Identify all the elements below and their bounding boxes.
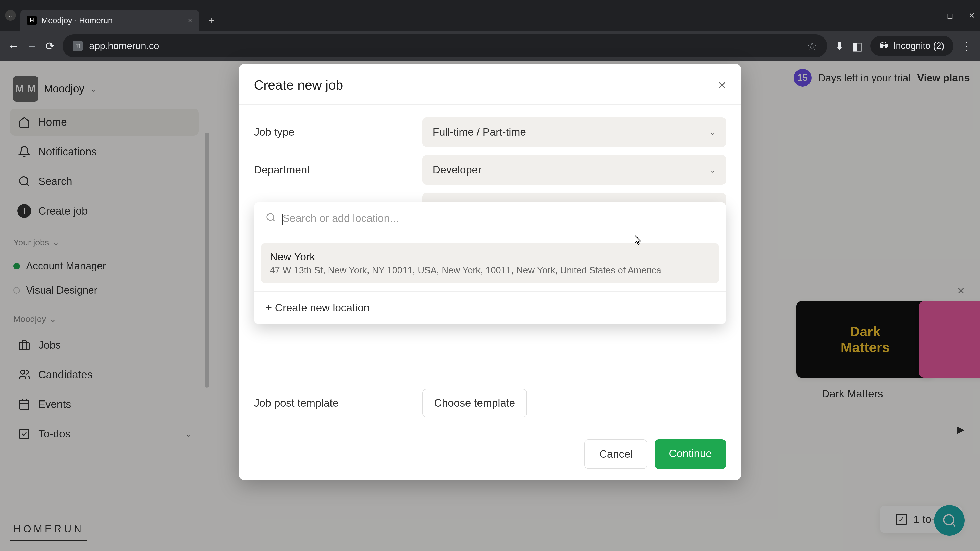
department-select[interactable]: Developer ⌄ <box>422 155 726 185</box>
location-search-input[interactable]: Search or add location... <box>282 212 714 225</box>
cancel-button[interactable]: Cancel <box>584 439 648 469</box>
continue-button[interactable]: Continue <box>655 439 726 469</box>
form-row-job-type: Job type Full-time / Part-time ⌄ <box>254 118 726 147</box>
forward-button[interactable]: → <box>27 40 38 52</box>
search-icon <box>266 212 276 225</box>
tab-close-icon[interactable]: × <box>188 16 192 25</box>
sidepanel-icon[interactable]: ◧ <box>852 40 862 52</box>
chevron-down-icon: ⌄ <box>710 128 716 137</box>
modal-close-button[interactable]: × <box>718 77 726 93</box>
downloads-icon[interactable]: ⬇ <box>835 40 844 52</box>
location-dropdown: Search or add location... New York 47 W … <box>254 202 726 324</box>
modal-title: Create new job <box>254 77 343 93</box>
option-title: New York <box>270 251 710 263</box>
department-label: Department <box>254 164 422 176</box>
incognito-badge[interactable]: 🕶 Incognito (2) <box>870 36 953 56</box>
choose-template-button[interactable]: Choose template <box>422 389 527 417</box>
maximize-icon[interactable]: ◻ <box>947 11 953 20</box>
modal-header: Create new job × <box>239 64 741 105</box>
form-row-department: Department Developer ⌄ <box>254 155 726 185</box>
create-new-location-button[interactable]: + Create new location <box>254 291 726 324</box>
url-text: app.homerun.co <box>89 41 159 52</box>
site-info-icon[interactable]: ⊞ <box>73 41 83 51</box>
tab-title: Moodjoy · Homerun <box>41 16 113 25</box>
select-value: Full-time / Part-time <box>433 126 526 138</box>
browser-tab-bar: ⌄ H Moodjoy · Homerun × + — ◻ ✕ <box>0 0 980 30</box>
tab-favicon: H <box>27 16 37 25</box>
svg-point-6 <box>267 213 274 221</box>
create-job-modal: Create new job × Job type Full-time / Pa… <box>239 64 741 480</box>
browser-menu-icon[interactable]: ⋮ <box>961 40 972 52</box>
search-placeholder: Search or add location... <box>283 212 399 224</box>
select-value: Developer <box>433 164 481 176</box>
browser-tab[interactable]: H Moodjoy · Homerun × <box>21 10 199 30</box>
back-button[interactable]: ← <box>8 40 19 52</box>
browser-toolbar: ← → ⟳ ⊞ app.homerun.co ☆ ⬇ ◧ 🕶 Incognito… <box>0 30 980 61</box>
incognito-icon: 🕶 <box>880 41 889 51</box>
modal-overlay[interactable]: Create new job × Job type Full-time / Pa… <box>0 61 980 551</box>
chevron-down-icon: ⌄ <box>710 165 716 175</box>
location-search-row: Search or add location... <box>254 202 726 235</box>
modal-footer: Cancel Continue <box>239 427 741 480</box>
tab-search-button[interactable]: ⌄ <box>5 10 16 21</box>
form-row-template: Job post template Choose template <box>254 389 726 417</box>
reload-button[interactable]: ⟳ <box>45 40 55 52</box>
minimize-icon[interactable]: — <box>924 11 932 20</box>
new-tab-button[interactable]: + <box>209 15 215 26</box>
incognito-label: Incognito (2) <box>893 41 944 51</box>
template-label: Job post template <box>254 397 422 409</box>
option-subtitle: 47 W 13th St, New York, NY 10011, USA, N… <box>270 265 710 276</box>
address-bar[interactable]: ⊞ app.homerun.co ☆ <box>62 35 827 57</box>
bookmark-icon[interactable]: ☆ <box>807 40 817 52</box>
job-type-select[interactable]: Full-time / Part-time ⌄ <box>422 118 726 147</box>
job-type-label: Job type <box>254 126 422 138</box>
window-controls: — ◻ ✕ <box>924 11 975 20</box>
close-window-icon[interactable]: ✕ <box>969 11 975 20</box>
location-option-new-york[interactable]: New York 47 W 13th St, New York, NY 1001… <box>261 243 719 283</box>
